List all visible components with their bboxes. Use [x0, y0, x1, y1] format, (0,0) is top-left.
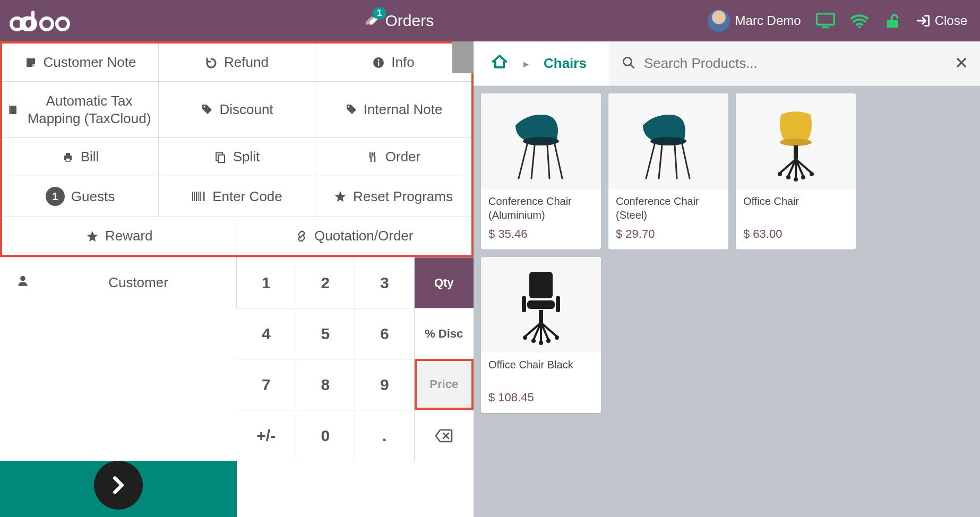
- enter-code-button[interactable]: Enter Code: [159, 176, 315, 217]
- barcode-icon: [191, 190, 206, 203]
- key-5[interactable]: 5: [296, 308, 356, 359]
- key-4[interactable]: 4: [237, 308, 296, 359]
- discount-button[interactable]: Discount: [159, 82, 315, 137]
- auto-tax-button[interactable]: Automatic Tax Mapping (TaxCloud): [2, 82, 159, 137]
- user-button[interactable]: Marc Demo: [708, 10, 801, 32]
- svg-point-10: [378, 59, 380, 61]
- product-price: $ 29.70: [616, 227, 721, 241]
- close-label: Close: [935, 13, 967, 28]
- book-icon: [6, 104, 19, 116]
- undo-icon: [205, 56, 218, 69]
- svg-point-13: [348, 106, 349, 107]
- enter-code-label: Enter Code: [212, 188, 282, 205]
- key-6[interactable]: 6: [355, 308, 415, 359]
- internal-note-label: Internal Note: [364, 101, 443, 118]
- breadcrumb-bar: ▸ Chairs: [474, 41, 980, 86]
- split-button[interactable]: Split: [159, 138, 315, 176]
- key-9[interactable]: 9: [355, 359, 415, 410]
- app-header: 1 Orders Marc Demo Close: [0, 0, 980, 41]
- tag-icon: [200, 104, 213, 116]
- breadcrumb-category[interactable]: Chairs: [544, 55, 587, 72]
- order-button[interactable]: Order: [315, 138, 471, 176]
- search-icon: [622, 56, 635, 72]
- key-plusminus[interactable]: +/-: [237, 410, 296, 461]
- user-icon: [16, 274, 30, 291]
- reward-button[interactable]: Reward: [2, 217, 237, 255]
- mode-qty-button[interactable]: Qty: [415, 257, 474, 308]
- key-1[interactable]: 1: [237, 257, 296, 308]
- bill-label: Bill: [81, 149, 99, 165]
- search-input[interactable]: [644, 55, 947, 72]
- product-price: $ 63.00: [743, 227, 848, 241]
- svg-rect-19: [192, 192, 193, 201]
- payment-button[interactable]: Payment: [0, 461, 237, 517]
- key-backspace[interactable]: [415, 410, 474, 461]
- svg-rect-18: [218, 155, 225, 162]
- bill-button[interactable]: Bill: [2, 138, 159, 176]
- right-pane: ▸ Chairs Conference Chair (Aluminium) $ …: [474, 41, 980, 517]
- auto-tax-label: Automatic Tax Mapping (TaxCloud): [24, 92, 154, 127]
- key-3[interactable]: 3: [355, 257, 415, 308]
- wifi-status-icon[interactable]: [850, 13, 869, 28]
- discount-label: Discount: [219, 101, 273, 118]
- key-8[interactable]: 8: [296, 359, 356, 410]
- guests-button[interactable]: 1 Guests: [2, 176, 159, 217]
- svg-rect-5: [822, 27, 829, 29]
- customer-label: Customer: [40, 274, 236, 291]
- key-0[interactable]: 0: [296, 410, 356, 461]
- svg-rect-11: [9, 106, 11, 114]
- refund-button[interactable]: Refund: [159, 44, 315, 81]
- mode-disc-button[interactable]: % Disc: [415, 308, 474, 359]
- product-grid: Conference Chair (Aluminium) $ 35.46 Con…: [474, 86, 980, 420]
- quotation-order-button[interactable]: Quotation/Order: [237, 217, 472, 255]
- reward-label: Reward: [105, 228, 153, 244]
- orders-count-badge: 1: [373, 7, 386, 19]
- chevron-right-icon: ▸: [523, 57, 529, 70]
- product-card[interactable]: Office Chair Black $ 108.45: [481, 257, 601, 413]
- close-button[interactable]: Close: [916, 13, 967, 28]
- product-price: $ 35.46: [488, 227, 594, 241]
- customer-note-button[interactable]: Customer Note: [2, 44, 159, 81]
- product-price: $ 108.45: [488, 391, 594, 404]
- home-button[interactable]: [491, 54, 509, 73]
- backspace-icon: [435, 429, 453, 443]
- customer-button[interactable]: Customer: [0, 257, 237, 308]
- mode-price-button[interactable]: Price: [415, 359, 474, 410]
- svg-rect-9: [378, 62, 379, 66]
- search-clear-button[interactable]: [956, 57, 967, 71]
- info-button[interactable]: Info: [315, 44, 471, 81]
- product-card[interactable]: Office Chair $ 63.00: [736, 93, 856, 249]
- lock-status-icon[interactable]: [884, 13, 901, 29]
- key-dot[interactable]: .: [355, 410, 415, 461]
- refund-label: Refund: [224, 54, 269, 71]
- svg-point-3: [57, 18, 68, 30]
- order-label: Order: [385, 149, 420, 165]
- orders-button[interactable]: 1 Orders: [364, 12, 434, 30]
- reset-programs-button[interactable]: Reset Programs: [315, 176, 471, 217]
- cutlery-icon: [366, 151, 379, 163]
- guests-count-badge: 1: [46, 187, 65, 206]
- key-7[interactable]: 7: [237, 359, 296, 410]
- key-2[interactable]: 2: [296, 257, 356, 308]
- product-image: [481, 93, 601, 189]
- internal-note-button[interactable]: Internal Note: [315, 82, 471, 137]
- tag-icon: [345, 104, 357, 116]
- svg-rect-7: [887, 20, 898, 28]
- customer-note-label: Customer Note: [44, 54, 136, 71]
- star-icon: [86, 230, 99, 243]
- product-card[interactable]: Conference Chair (Steel) $ 29.70: [608, 93, 728, 249]
- print-icon: [62, 151, 74, 163]
- link-icon: [295, 230, 308, 243]
- svg-rect-25: [203, 192, 205, 201]
- product-card[interactable]: Conference Chair (Aluminium) $ 35.46: [481, 93, 601, 249]
- product-image: [481, 257, 601, 352]
- svg-rect-16: [66, 158, 70, 161]
- order-scrollbar[interactable]: [452, 41, 474, 73]
- info-label: Info: [391, 54, 414, 71]
- reset-programs-label: Reset Programs: [353, 188, 453, 205]
- svg-point-26: [20, 276, 25, 281]
- screen-status-icon[interactable]: [816, 13, 835, 29]
- chevron-right-icon: [94, 461, 143, 510]
- control-pad: Customer Note Refund Info Automatic Tax …: [0, 41, 474, 257]
- split-label: Split: [233, 149, 260, 165]
